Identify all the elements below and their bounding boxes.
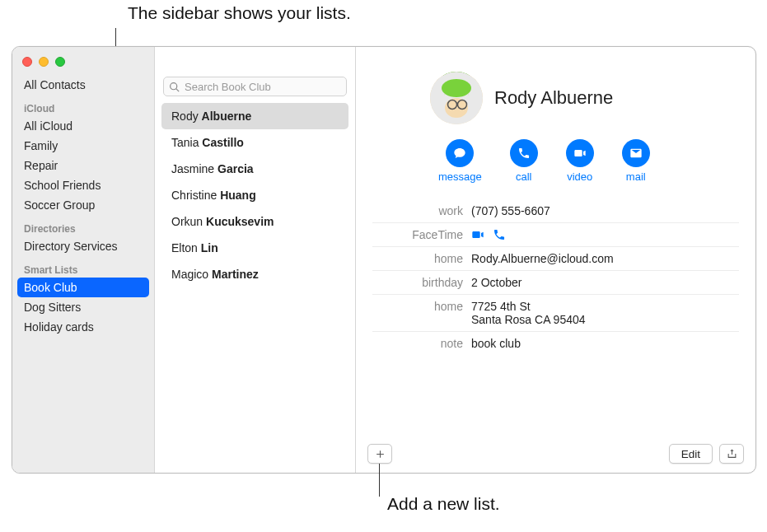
svg-point-0 (171, 82, 177, 89)
plus-icon (375, 449, 386, 460)
field-value: (707) 555-6607 (471, 204, 739, 217)
contact-fields: work(707) 555-6607FaceTimehomeRody.Albue… (356, 193, 755, 355)
contact-item[interactable]: Jasmine Garcia (161, 156, 348, 182)
sidebar-item-school-friends[interactable]: School Friends (12, 175, 154, 195)
fullscreen-window-button[interactable] (55, 57, 65, 67)
field-label: home (372, 252, 463, 265)
contact-field: notebook club (372, 331, 739, 355)
sidebar-header-icloud: iCloud (12, 95, 154, 116)
search-field[interactable] (163, 77, 347, 96)
field-label: birthday (372, 276, 463, 289)
sidebar-item-book-club[interactable]: Book Club (17, 278, 149, 297)
add-button[interactable] (367, 444, 392, 464)
contact-field: homeRody.Albuerne@icloud.com (372, 246, 739, 270)
field-value (471, 228, 739, 241)
share-icon (727, 448, 737, 460)
detail-bottom-bar: Edit (356, 435, 755, 473)
field-value: 7725 4th St Santa Rosa CA 95404 (471, 300, 739, 326)
contact-list-column: Rody AlbuerneTania CastilloJasmine Garci… (155, 47, 356, 473)
phone-icon (517, 147, 531, 160)
mail-label: mail (626, 170, 646, 183)
callout-line-bottom (379, 464, 380, 497)
contact-field: home7725 4th St Santa Rosa CA 95404 (372, 294, 739, 331)
contact-field: work(707) 555-6607 (372, 199, 739, 222)
video-label: video (567, 170, 592, 183)
message-button[interactable]: message (438, 139, 482, 183)
mail-icon (629, 147, 643, 160)
callout-top: The sidebar shows your lists. (128, 3, 351, 23)
field-value: book club (471, 337, 739, 350)
app-window: All Contacts iCloud All iCloudFamilyRepa… (12, 46, 756, 474)
sidebar-item-all-contacts[interactable]: All Contacts (12, 75, 154, 95)
contact-detail-pane: Rody Albuerne message call video mail wo… (356, 47, 755, 473)
contact-item[interactable]: Rody Albuerne (161, 103, 348, 129)
contact-item[interactable]: Elton Lin (161, 235, 348, 261)
sidebar-item-repair[interactable]: Repair (12, 156, 154, 175)
sidebar-item-directory-services[interactable]: Directory Services (12, 236, 154, 256)
search-input[interactable] (183, 80, 341, 94)
sidebar-item-all-icloud[interactable]: All iCloud (12, 116, 154, 136)
avatar (430, 72, 483, 124)
video-icon (573, 147, 587, 160)
field-label: home (372, 300, 463, 313)
contact-field: FaceTime (372, 222, 739, 246)
field-label: FaceTime (372, 228, 463, 241)
search-icon (169, 82, 180, 92)
field-value: 2 October (471, 276, 739, 289)
callout-bottom: Add a new list. (387, 494, 500, 514)
contact-actions: message call video mail (356, 124, 755, 193)
message-icon (453, 147, 466, 160)
minimize-window-button[interactable] (39, 57, 49, 67)
contact-item[interactable]: Tania Castillo (161, 129, 348, 156)
sidebar-header-smart-lists: Smart Lists (12, 256, 154, 278)
sidebar-item-dog-sitters[interactable]: Dog Sitters (12, 297, 154, 317)
sidebar-item-holiday-cards[interactable]: Holiday cards (12, 317, 154, 337)
mail-button[interactable]: mail (622, 139, 650, 183)
contact-item[interactable]: Magico Martinez (161, 261, 348, 287)
facetime-video-icon[interactable] (471, 228, 484, 241)
sidebar-item-family[interactable]: Family (12, 136, 154, 156)
sidebar: All Contacts iCloud All iCloudFamilyRepa… (12, 47, 155, 473)
contact-field: birthday2 October (372, 270, 739, 294)
window-controls (12, 52, 154, 75)
call-label: call (516, 170, 532, 183)
svg-line-1 (176, 88, 179, 91)
field-label: note (372, 337, 463, 350)
message-label: message (438, 170, 482, 183)
edit-button[interactable]: Edit (669, 444, 713, 464)
field-label: work (372, 204, 463, 217)
sidebar-header-directories: Directories (12, 215, 154, 236)
contact-name: Rody Albuerne (494, 87, 613, 109)
call-button[interactable]: call (510, 139, 538, 183)
facetime-audio-icon[interactable] (493, 228, 506, 241)
share-button[interactable] (719, 444, 744, 464)
contact-item[interactable]: Orkun Kucuksevim (161, 208, 348, 235)
svg-point-4 (442, 79, 471, 97)
field-value: Rody.Albuerne@icloud.com (471, 252, 739, 265)
close-window-button[interactable] (22, 57, 32, 67)
sidebar-item-soccer-group[interactable]: Soccer Group (12, 195, 154, 215)
contact-item[interactable]: Christine Huang (161, 182, 348, 208)
video-button[interactable]: video (566, 139, 594, 183)
